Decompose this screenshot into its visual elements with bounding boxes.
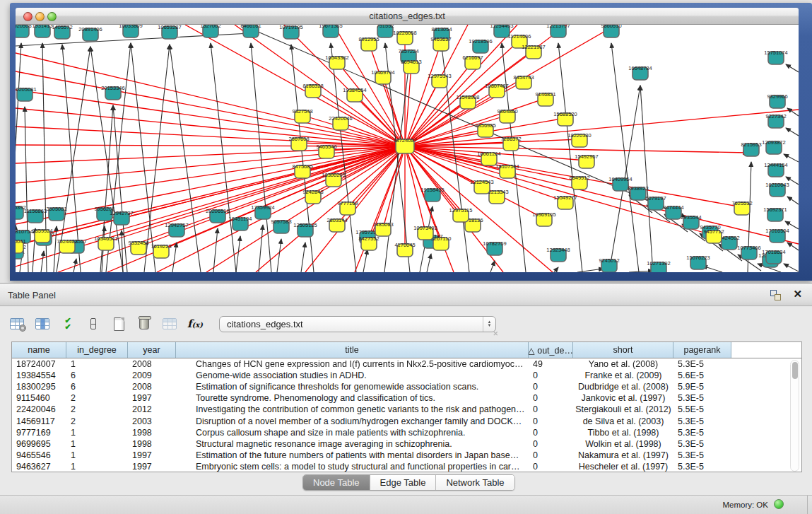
graph-node-label: 10807487 [485, 83, 508, 89]
tab-network-table[interactable]: Network Table [436, 475, 514, 490]
column-header-title[interactable]: title [176, 342, 529, 358]
cell-title: Disruption of a novel member of a sodium… [176, 416, 529, 426]
show-columns-icon[interactable] [33, 314, 52, 334]
graph-node-label: 18220330 [567, 132, 591, 139]
citation-edge-black [259, 225, 263, 272]
graph-node-label: 2620508 [16, 25, 32, 29]
graph-node-label: 16061264 [477, 151, 500, 157]
graph-node-label: 4170045 [394, 242, 415, 248]
cell-title: Genome-wide association studies in ADHD. [176, 370, 529, 380]
table-row[interactable]: 977716911998Corpus callosum shape and si… [12, 427, 801, 438]
cell-name: 9115460 [12, 393, 66, 403]
cell-name: 18724007 [12, 359, 66, 369]
table-row[interactable]: 946554611997Estimation of the future num… [12, 450, 801, 461]
citation-edge-black [784, 154, 799, 162]
graph-node-label: 19671385 [319, 25, 342, 29]
graph-node-label: 12221987 [522, 44, 545, 50]
graph-node-label: 11214606 [508, 33, 531, 40]
cell-pagerank: 5.3E-5 [673, 416, 731, 426]
delete-table-icon[interactable] [134, 314, 154, 334]
cell-short: Tibbo et al. (1998) [573, 428, 673, 438]
citation-edge-black [554, 267, 558, 272]
vertical-scrollbar[interactable] [790, 360, 799, 472]
select-columns-icon[interactable]: ✔✔ [58, 314, 78, 334]
column-header-filler [731, 342, 801, 358]
graph-node-label: 17018634 [762, 249, 785, 255]
column-header-out_degree[interactable]: △ out_de… [529, 342, 573, 358]
graph-node-label: 9097588 [271, 218, 291, 225]
graph-node-label: 20206516 [206, 208, 229, 214]
status-bar-divider [807, 496, 808, 514]
cell-short: de Silva et al. (2003) [573, 416, 673, 426]
citation-edge-black [144, 45, 170, 272]
cell-short: Franke et al. (2009) [573, 370, 673, 380]
citation-edge-black [170, 45, 201, 272]
graph-node-label: 9465546 [316, 144, 336, 150]
column-header-name[interactable]: name [12, 342, 66, 358]
graph-node-label: 12124543 [470, 179, 493, 185]
table-row[interactable]: 946362711997Embryonic stem cells: a mode… [12, 461, 801, 472]
table-row[interactable]: 1938455462009Genome-wide association stu… [12, 370, 801, 381]
graph-node-label: 12923448 [546, 247, 570, 253]
graph-node-label: 8938923 [628, 185, 648, 192]
cell-name: 19384554 [12, 370, 66, 380]
column-header-short[interactable]: short [573, 342, 673, 358]
cell-out_degree: 0 [529, 416, 573, 426]
table-options-icon[interactable] [7, 314, 27, 334]
graph-node-label: 9463627 [430, 36, 451, 42]
cell-short: Nakamura et al. (1997) [573, 450, 673, 460]
network-window-titlebar[interactable]: citations_edges.txt [16, 8, 799, 25]
graph-node-label: 16543382 [325, 54, 348, 61]
tab-node-table[interactable]: Node Table [303, 475, 370, 490]
citation-edge-black [41, 251, 44, 272]
citation-edge-red [16, 71, 405, 146]
graph-node-label: 15549277 [553, 194, 577, 201]
cell-year: 2008 [128, 382, 176, 392]
table-selector-value: citations_edges.txt [220, 319, 483, 329]
graph-node-label: 16409954 [608, 176, 632, 182]
column-header-pagerank[interactable]: pagerank [673, 342, 731, 358]
table-row[interactable]: 2242004622012Investigating the contribut… [12, 404, 801, 415]
function-builder-icon[interactable]: f(x) [185, 314, 205, 334]
graph-node-label: 8813054 [431, 26, 452, 33]
table-row[interactable]: 969969511998Structural magnetic resonanc… [12, 438, 801, 450]
graph-node-label: 10653287 [158, 25, 181, 30]
table-row[interactable]: 1872400712008Changes of HCN gene express… [12, 358, 801, 370]
graph-node-label: 18226058 [393, 30, 416, 36]
column-header-year[interactable]: year [128, 342, 176, 358]
graph-node-label: 12093872 [762, 139, 785, 146]
tab-edge-table[interactable]: Edge Table [370, 475, 437, 490]
memory-status-icon[interactable] [774, 499, 784, 509]
row-options-icon[interactable] [83, 314, 103, 334]
graph-node-label: 7619223 [151, 243, 171, 250]
graph-node-label: 9245012 [599, 257, 619, 264]
table-row[interactable]: 1456911722003Disruption of a novel membe… [12, 415, 801, 426]
graph-node-label: 9356985 [475, 122, 495, 129]
column-header-in_degree[interactable]: in_degree [66, 342, 128, 358]
cell-short: Dudbridge et al. (2008) [573, 382, 673, 392]
citation-edge-black [363, 250, 367, 272]
cell-title: Embryonic stem cells: a model to study s… [176, 462, 529, 472]
graph-node-label: 8454743 [513, 74, 534, 81]
graph-node-label: 16782759 [483, 240, 506, 247]
cell-short: Stergiakouli et al. (2012) [573, 404, 673, 414]
network-canvas[interactable]: 2620508193141314055722089140616033809106… [16, 25, 799, 272]
table-panel-body: ✔✔✕f(x) citations_edges.txt ▲▼ namein_de… [0, 307, 812, 495]
cell-out_degree: 49 [529, 359, 573, 369]
cell-year: 2009 [128, 370, 176, 380]
graph-node-label: 8427552 [358, 235, 379, 242]
table-row[interactable]: 1830029562008Estimation of significance … [12, 381, 801, 392]
graph-node-label: 19158435 [420, 187, 444, 193]
cell-out_degree: 0 [529, 462, 573, 472]
graph-node-label: 20891406 [78, 26, 102, 33]
cell-year: 2012 [128, 404, 176, 414]
table-row[interactable]: 911546021997Tourette syndrome. Phenomeno… [12, 392, 801, 404]
float-panel-icon[interactable] [770, 290, 781, 300]
new-table-icon[interactable] [109, 314, 129, 334]
scrollbar-thumb[interactable] [792, 362, 798, 379]
graph-node-label: 9457712 [703, 228, 724, 235]
close-panel-icon[interactable]: ✕ [793, 288, 802, 300]
table-toolbar: ✔✔✕f(x) citations_edges.txt ▲▼ [7, 313, 496, 335]
graph-node-label: 8694613 [401, 59, 421, 65]
table-selector-dropdown[interactable]: citations_edges.txt ▲▼ [219, 316, 496, 332]
